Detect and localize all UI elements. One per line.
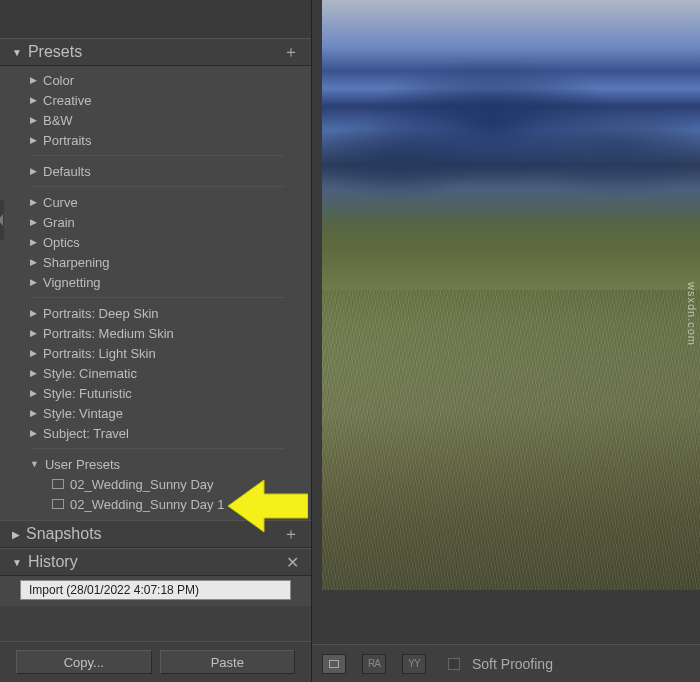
preset-folder-label: Portraits: Light Skin bbox=[43, 346, 156, 361]
preset-item[interactable]: 02_Wedding_Sunny Day bbox=[10, 474, 301, 494]
preset-folder[interactable]: ▶Portraits: Deep Skin bbox=[10, 303, 301, 323]
preset-folder[interactable]: ▶Portraits: Light Skin bbox=[10, 343, 301, 363]
chevron-down-icon: ▼ bbox=[12, 47, 22, 58]
preset-folder[interactable]: ▶Optics bbox=[10, 232, 301, 252]
chevron-right-icon: ▶ bbox=[30, 328, 37, 338]
view-before-after-lr-button[interactable]: RA bbox=[362, 654, 386, 674]
chevron-right-icon: ▶ bbox=[30, 197, 37, 207]
chevron-right-icon: ▶ bbox=[30, 408, 37, 418]
chevron-right-icon: ▶ bbox=[30, 308, 37, 318]
chevron-right-icon: ▶ bbox=[12, 529, 20, 540]
chevron-right-icon: ▶ bbox=[30, 388, 37, 398]
snapshots-panel-header[interactable]: ▶ Snapshots ＋ bbox=[0, 520, 311, 548]
preset-folder-label: User Presets bbox=[45, 457, 120, 472]
chevron-right-icon: ▶ bbox=[30, 237, 37, 247]
preset-icon bbox=[52, 499, 64, 509]
divider bbox=[30, 448, 285, 449]
history-title: History bbox=[28, 553, 282, 571]
preset-folder[interactable]: ▶Grain bbox=[10, 212, 301, 232]
watermark: wsxdn.com bbox=[686, 282, 698, 346]
chevron-down-icon: ▼ bbox=[30, 459, 39, 469]
left-bottom-bar: Copy... Paste bbox=[0, 641, 311, 682]
presets-panel-header[interactable]: ▼ Presets ＋ bbox=[0, 38, 311, 66]
preset-folder-label: Style: Cinematic bbox=[43, 366, 137, 381]
preset-folder[interactable]: ▶Curve bbox=[10, 192, 301, 212]
snapshots-add-button[interactable]: ＋ bbox=[279, 524, 303, 545]
preset-folder[interactable]: ▶Subject: Travel bbox=[10, 423, 301, 443]
presets-panel-body: ▶Color▶Creative▶B&W▶Portraits▶Defaults▶C… bbox=[0, 66, 311, 520]
chevron-right-icon: ▶ bbox=[30, 348, 37, 358]
preview-area: RA YY Soft Proofing bbox=[312, 0, 700, 682]
preset-folder-label: Portraits: Deep Skin bbox=[43, 306, 159, 321]
presets-title: Presets bbox=[28, 43, 279, 61]
preset-folder-label: Subject: Travel bbox=[43, 426, 129, 441]
preset-folder[interactable]: ▶Style: Cinematic bbox=[10, 363, 301, 383]
preset-folder-label: B&W bbox=[43, 113, 73, 128]
history-entry[interactable]: Import (28/01/2022 4:07:18 PM) bbox=[20, 580, 291, 600]
preset-folder[interactable]: ▶B&W bbox=[10, 110, 301, 130]
chevron-right-icon: ▶ bbox=[30, 135, 37, 145]
preset-item-label: 02_Wedding_Sunny Day 1 bbox=[70, 497, 224, 512]
preset-folder[interactable]: ▶Defaults bbox=[10, 161, 301, 181]
chevron-right-icon: ▶ bbox=[30, 368, 37, 378]
snapshots-title: Snapshots bbox=[26, 525, 279, 543]
panel-top-spacer bbox=[0, 0, 311, 38]
history-panel-body: Import (28/01/2022 4:07:18 PM) bbox=[0, 576, 311, 606]
preset-folder-label: Sharpening bbox=[43, 255, 110, 270]
preset-folder-label: Style: Vintage bbox=[43, 406, 123, 421]
soft-proofing-checkbox[interactable] bbox=[448, 658, 460, 670]
chevron-right-icon: ▶ bbox=[30, 95, 37, 105]
preset-folder[interactable]: ▶Color bbox=[10, 70, 301, 90]
history-panel-header[interactable]: ▼ History ✕ bbox=[0, 548, 311, 576]
preset-folder[interactable]: ▶Creative bbox=[10, 90, 301, 110]
preset-folder-label: Curve bbox=[43, 195, 78, 210]
left-side-panel: ▼ Presets ＋ ▶Color▶Creative▶B&W▶Portrait… bbox=[0, 0, 312, 682]
preset-folder[interactable]: ▶Portraits: Medium Skin bbox=[10, 323, 301, 343]
preset-folder-label: Optics bbox=[43, 235, 80, 250]
preset-folder-label: Creative bbox=[43, 93, 91, 108]
preset-folder-label: Portraits bbox=[43, 133, 91, 148]
chevron-right-icon: ▶ bbox=[30, 428, 37, 438]
soft-proofing-label: Soft Proofing bbox=[472, 656, 553, 672]
preview-image bbox=[322, 0, 700, 590]
preset-icon bbox=[52, 479, 64, 489]
chevron-right-icon: ▶ bbox=[30, 115, 37, 125]
preset-folder[interactable]: ▶Vignetting bbox=[10, 272, 301, 292]
divider bbox=[30, 155, 285, 156]
view-loupe-button[interactable] bbox=[322, 654, 346, 674]
chevron-right-icon: ▶ bbox=[30, 166, 37, 176]
chevron-right-icon: ▶ bbox=[30, 257, 37, 267]
preset-folder-label: Defaults bbox=[43, 164, 91, 179]
preset-folder-label: Vignetting bbox=[43, 275, 101, 290]
preset-item[interactable]: 02_Wedding_Sunny Day 1 bbox=[10, 494, 301, 514]
preset-folder-label: Style: Futuristic bbox=[43, 386, 132, 401]
preview-toolbar: RA YY Soft Proofing bbox=[312, 644, 700, 682]
preset-item-label: 02_Wedding_Sunny Day bbox=[70, 477, 214, 492]
panel-collapse-handle[interactable] bbox=[0, 200, 4, 240]
presets-add-button[interactable]: ＋ bbox=[279, 42, 303, 63]
preset-folder[interactable]: ▶Portraits bbox=[10, 130, 301, 150]
preset-folder-label: Grain bbox=[43, 215, 75, 230]
preset-folder[interactable]: ▶Style: Vintage bbox=[10, 403, 301, 423]
divider bbox=[30, 297, 285, 298]
paste-button[interactable]: Paste bbox=[160, 650, 296, 674]
history-clear-button[interactable]: ✕ bbox=[282, 553, 303, 572]
copy-button[interactable]: Copy... bbox=[16, 650, 152, 674]
preset-folder[interactable]: ▼User Presets bbox=[10, 454, 301, 474]
chevron-right-icon: ▶ bbox=[30, 217, 37, 227]
preset-folder-label: Portraits: Medium Skin bbox=[43, 326, 174, 341]
view-before-after-tb-button[interactable]: YY bbox=[402, 654, 426, 674]
divider bbox=[30, 186, 285, 187]
preset-folder-label: Color bbox=[43, 73, 74, 88]
preset-folder[interactable]: ▶Sharpening bbox=[10, 252, 301, 272]
chevron-right-icon: ▶ bbox=[30, 75, 37, 85]
chevron-right-icon: ▶ bbox=[30, 277, 37, 287]
chevron-down-icon: ▼ bbox=[12, 557, 22, 568]
preset-folder[interactable]: ▶Style: Futuristic bbox=[10, 383, 301, 403]
image-canvas[interactable] bbox=[312, 0, 700, 644]
